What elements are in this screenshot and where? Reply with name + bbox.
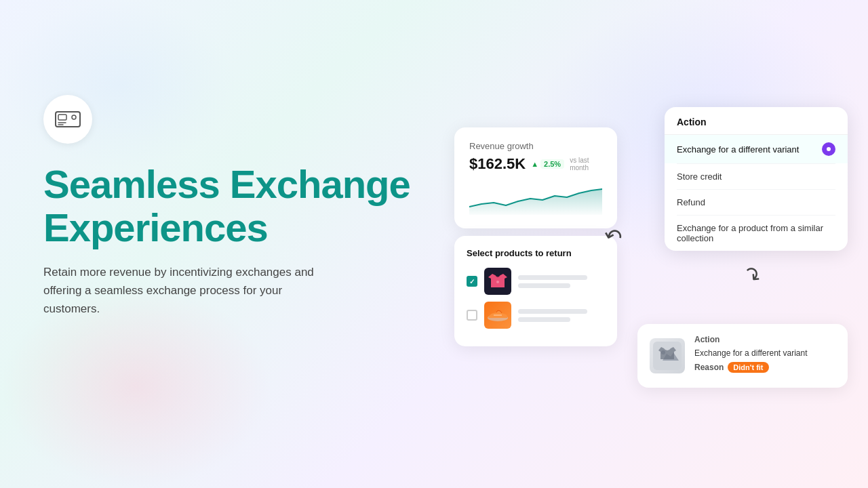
action-item-label-store-credit: Store credit <box>677 171 835 182</box>
reason-badge: Didn't fit <box>728 362 768 373</box>
action-selected-indicator <box>822 142 835 156</box>
action-info-card: Action Exchange for a different variant … <box>637 324 848 388</box>
logo-svg <box>55 110 81 129</box>
action-item-exchange-collection[interactable]: Exchange for a product from a similar co… <box>665 216 848 251</box>
svg-point-5 <box>496 281 499 283</box>
logo-icon <box>43 95 92 144</box>
action-item-refund[interactable]: Refund <box>665 190 848 215</box>
revenue-card: Revenue growth $162.5K ▲ 2.5% vs last mo… <box>454 127 617 228</box>
product-line <box>518 317 570 322</box>
action-item-store-credit[interactable]: Store credit <box>665 164 848 189</box>
tshirt-product-image <box>484 268 511 295</box>
cards-area: Revenue growth $162.5K ▲ 2.5% vs last mo… <box>420 0 868 488</box>
action-info-action-row: Action Exchange for a different variant <box>694 335 835 358</box>
action-dropdown-card: Action Exchange for a different variant … <box>665 107 848 251</box>
revenue-amount: $162.5K <box>469 155 526 173</box>
svg-point-2 <box>72 115 76 119</box>
action-item-label-exchange-collection: Exchange for a product from a similar co… <box>677 223 835 243</box>
action-info-reason-row: Reason Didn't fit <box>694 362 835 373</box>
main-heading: Seamless Exchange Experiences <box>43 163 423 249</box>
action-dropdown-header: Action <box>665 107 848 135</box>
revenue-percent: 2.5% <box>540 159 564 169</box>
product-line <box>518 275 587 280</box>
left-section: Seamless Exchange Experiences Retain mor… <box>43 95 423 318</box>
revenue-title: Revenue growth <box>469 141 602 151</box>
sneaker-product-image <box>484 302 511 329</box>
products-title: Select products to return <box>467 248 605 258</box>
revenue-badge: ▲ 2.5% <box>531 159 564 169</box>
product-checkbox-1[interactable] <box>467 276 477 287</box>
action-product-image <box>650 338 685 373</box>
action-item-label-exchange-variant: Exchange for a different variant <box>677 144 822 155</box>
reason-label: Reason <box>694 363 724 372</box>
up-arrow-icon: ▲ <box>531 160 538 168</box>
sparkline-chart <box>469 182 602 215</box>
action-value: Exchange for a different variant <box>694 348 808 358</box>
action-info-content: Action Exchange for a different variant … <box>694 335 835 377</box>
revenue-amount-row: $162.5K ▲ 2.5% vs last month <box>469 155 602 173</box>
product-line <box>518 309 587 314</box>
sub-text: Retain more revenue by incentivizing exc… <box>43 263 328 319</box>
action-item-exchange-variant[interactable]: Exchange for a different variant <box>665 135 848 163</box>
action-item-label-refund: Refund <box>677 197 835 207</box>
arrow-decoration-2: ↷ <box>738 260 767 289</box>
svg-rect-1 <box>58 115 66 120</box>
product-lines-2 <box>518 309 605 322</box>
product-checkbox-2[interactable] <box>467 310 477 321</box>
product-lines-1 <box>518 275 605 288</box>
product-row <box>467 268 605 295</box>
vs-text: vs last month <box>570 157 602 171</box>
action-label: Action <box>694 335 719 344</box>
product-row-2 <box>467 302 605 329</box>
product-line <box>518 283 570 288</box>
products-card: Select products to return <box>454 236 617 346</box>
